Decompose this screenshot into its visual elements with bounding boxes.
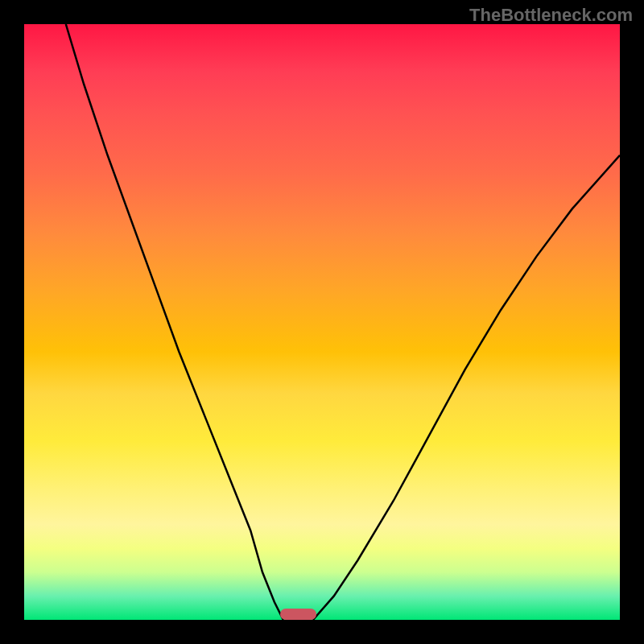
watermark-label: TheBottleneck.com [469,5,633,26]
chart-curves-svg [24,24,620,620]
bottleneck-curve-right [313,155,620,620]
chart-plot-area [24,24,620,620]
optimal-range-marker [280,609,316,620]
bottleneck-curve-left [66,24,283,620]
